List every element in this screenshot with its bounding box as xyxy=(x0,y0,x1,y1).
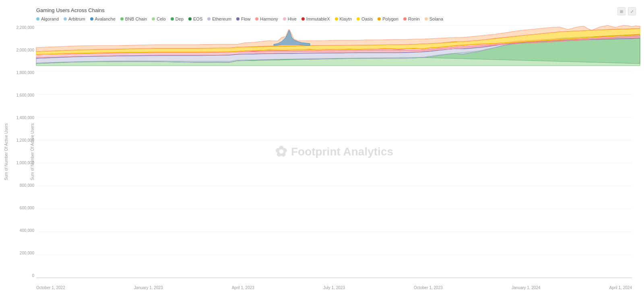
legend-dot xyxy=(120,17,124,21)
legend-label: ImmutableX xyxy=(306,17,330,21)
legend-dot xyxy=(152,17,155,21)
legend-dot xyxy=(90,17,93,21)
legend-item-hive: Hive xyxy=(283,17,297,21)
x-axis-label: January 1, 2024 xyxy=(512,285,541,290)
legend-dot xyxy=(207,17,211,21)
legend-item-ronin: Ronin xyxy=(403,17,420,21)
chart-container: ⊞ ⤢ Gaming Users Across Chains AlgorandA… xyxy=(0,0,644,304)
legend-label: Ethereum xyxy=(212,17,231,21)
legend-item-harmony: Harmony xyxy=(255,17,278,21)
legend-label: Celo xyxy=(157,17,166,21)
legend-label: Algorand xyxy=(41,17,59,21)
legend-label: Oasis xyxy=(361,17,373,21)
legend-dot xyxy=(378,17,381,21)
legend-dot xyxy=(357,17,360,21)
legend-label: Klaytn xyxy=(340,17,352,21)
legend-item-ethereum: Ethereum xyxy=(207,17,231,21)
legend-dot xyxy=(301,17,305,21)
maximize-icon[interactable]: ⤢ xyxy=(628,7,636,15)
y-axis-label: 0 xyxy=(4,273,34,278)
x-axis-label: April 1, 2024 xyxy=(609,285,632,290)
legend-item-polygon: Polygon xyxy=(378,17,398,21)
x-axis-label: April 1, 2023 xyxy=(232,285,254,290)
legend-label: Hive xyxy=(288,17,297,21)
chart-svg xyxy=(36,25,632,278)
legend-dot xyxy=(335,17,338,21)
y-axis-label: 200,000 xyxy=(4,251,34,255)
legend-dot xyxy=(255,17,258,21)
legend-dot xyxy=(171,17,174,21)
y-axis-title: Sum of Number Of Active Users xyxy=(4,123,8,180)
legend-label: BNB Chain xyxy=(125,17,147,21)
legend-label: Dep xyxy=(175,17,184,21)
y-axis-label: 1,600,000 xyxy=(4,93,34,97)
legend-label: Arbitrum xyxy=(68,17,85,21)
chart-area: Sum of Number Of Active Users xyxy=(36,25,632,278)
y-axis-label: 800,000 xyxy=(4,183,34,188)
legend-item-immutablex: ImmutableX xyxy=(301,17,330,21)
legend-dot xyxy=(425,17,428,21)
legend-label: Solana xyxy=(429,17,443,21)
x-axis-label: October 1, 2023 xyxy=(414,285,443,290)
legend-item-dep: Dep xyxy=(171,17,184,21)
x-axis-labels: October 1, 2022January 1, 2023April 1, 2… xyxy=(36,285,632,290)
legend-label: Avalanche xyxy=(95,17,116,21)
legend-dot xyxy=(188,17,192,21)
legend-item-oasis: Oasis xyxy=(357,17,373,21)
x-axis-label: July 1, 2023 xyxy=(323,285,345,290)
y-axis-label: 2,000,000 xyxy=(4,48,34,52)
legend-dot xyxy=(236,17,239,21)
legend-item-avalanche: Avalanche xyxy=(90,17,116,21)
legend-dot xyxy=(283,17,286,21)
y-axis-label: 1,400,000 xyxy=(4,116,34,120)
legend-dot xyxy=(403,17,407,21)
legend-item-klaytn: Klaytn xyxy=(335,17,352,21)
y-axis-label: 2,200,000 xyxy=(4,25,34,30)
legend-label: Ronin xyxy=(408,17,420,21)
legend-label: Polygon xyxy=(382,17,398,21)
grid-icon[interactable]: ⊞ xyxy=(617,7,625,15)
legend-dot xyxy=(64,17,67,21)
x-axis-label: October 1, 2022 xyxy=(36,285,65,290)
chart-title: Gaming Users Across Chains xyxy=(36,7,632,13)
legend-item-bnb-chain: BNB Chain xyxy=(120,17,147,21)
legend-label: EOS xyxy=(193,17,202,21)
y-axis-label: 1,800,000 xyxy=(4,70,34,75)
legend-label: Harmony xyxy=(260,17,278,21)
legend-item-celo: Celo xyxy=(152,17,166,21)
legend-item-eos: EOS xyxy=(188,17,202,21)
legend-item-solana: Solana xyxy=(425,17,443,21)
chart-legend: AlgorandArbitrumAvalancheBNB ChainCeloDe… xyxy=(36,17,632,21)
legend-dot xyxy=(36,17,39,21)
legend-item-flow: Flow xyxy=(236,17,250,21)
y-axis-label: 400,000 xyxy=(4,228,34,233)
x-axis-label: January 1, 2023 xyxy=(134,285,163,290)
y-axis-label: 600,000 xyxy=(4,206,34,210)
top-right-toolbar: ⊞ ⤢ xyxy=(617,7,636,15)
legend-item-arbitrum: Arbitrum xyxy=(64,17,85,21)
legend-label: Flow xyxy=(241,17,250,21)
legend-item-algorand: Algorand xyxy=(36,17,59,21)
